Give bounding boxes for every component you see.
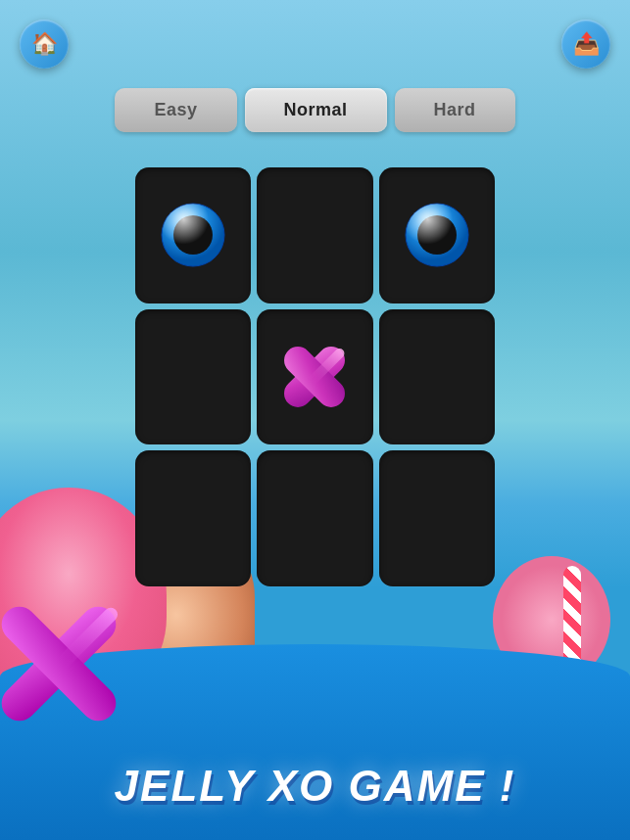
cell-3[interactable] [135,309,252,445]
tab-easy[interactable]: Easy [115,88,236,132]
tab-normal[interactable]: Normal [245,88,387,132]
cell-7[interactable] [257,450,373,586]
big-x-decoration [0,585,137,742]
candy-cane [563,566,581,664]
share-icon: 📤 [573,31,600,57]
x-symbol [270,333,359,421]
cell-5[interactable] [379,309,496,445]
cell-4[interactable] [257,309,373,445]
difficulty-tabs: Easy Normal Hard [0,88,630,132]
home-icon: 🏠 [31,31,58,57]
cell-2[interactable] [379,167,496,303]
o-symbol [154,196,232,274]
share-button[interactable]: 📤 [561,20,610,69]
cell-1[interactable] [257,167,373,303]
cell-6[interactable] [135,450,252,586]
o-symbol [398,196,476,274]
svg-point-8 [406,204,468,266]
game-title: JELLY XO GAME ! [0,762,630,811]
header: 🏠 📤 [0,20,630,69]
cell-0[interactable] [135,167,252,303]
home-button[interactable]: 🏠 [20,20,69,69]
tab-hard[interactable]: Hard [395,88,515,132]
svg-point-5 [162,204,224,266]
game-board [129,162,502,592]
cell-8[interactable] [379,450,496,586]
